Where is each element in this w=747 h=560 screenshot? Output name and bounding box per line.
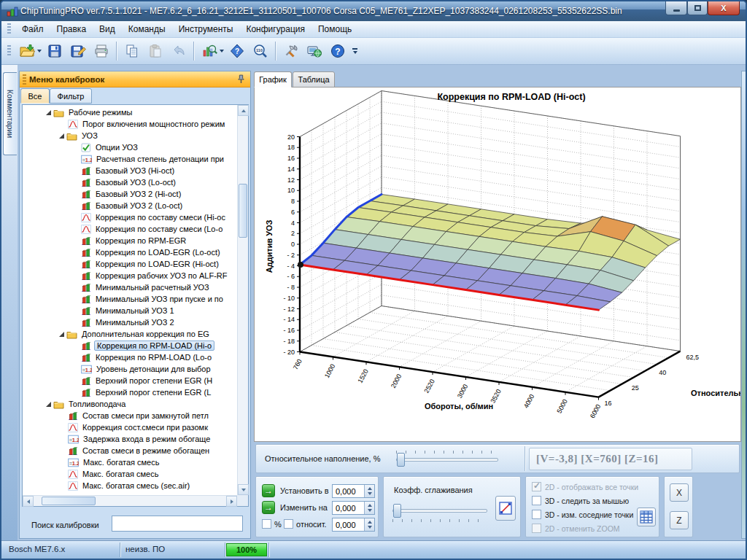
print-button[interactable] — [90, 40, 112, 62]
tree-folder[interactable]: УОЗ — [23, 130, 236, 141]
tree-folder[interactable]: Рабочие режимы — [23, 106, 236, 118]
relative-checkbox[interactable] — [284, 519, 293, 529]
tree-item[interactable]: Коррекция по RPM-EGR — [23, 235, 236, 246]
change-by-spinner[interactable]: 0,000 — [332, 501, 375, 515]
menu-помощь[interactable]: Помощь — [311, 22, 358, 36]
menu-вид[interactable]: Вид — [93, 22, 122, 36]
tab-filter[interactable]: Фильтр — [50, 88, 92, 104]
tree-horizontal-scrollbar[interactable] — [23, 495, 237, 506]
tree-vertical-scrollbar[interactable] — [237, 105, 248, 495]
expander-icon[interactable] — [46, 402, 51, 407]
copy-button[interactable] — [121, 40, 143, 62]
tree-item[interactable]: Минимальный расчетный УОЗ — [23, 281, 236, 293]
tree-item[interactable]: Верхний порог степени EGR (L — [23, 386, 236, 398]
surface-chart[interactable]: - 20- 18- 16- 14- 12- 10- 8- 6- 4- 20246… — [254, 87, 741, 442]
apply-change-button[interactable]: → — [262, 501, 275, 514]
open-dropdown-icon[interactable] — [37, 50, 42, 52]
open-button[interactable] — [16, 40, 38, 62]
view-option-checkbox[interactable] — [532, 510, 541, 519]
tree-item[interactable]: Состав смеси при замкнутой петл — [23, 410, 236, 421]
title-bar[interactable]: ChipTuningPRO ver.7.5.1.1021 - ME7.6.2_6… — [1, 1, 746, 21]
tree-item[interactable]: Верхний порог степени EGR (H — [23, 375, 236, 386]
save-as-button[interactable] — [67, 40, 89, 62]
tree-item[interactable]: =1.2Расчетная степень детонации при — [23, 153, 236, 165]
tree-item[interactable]: Коррекция рабочих УОЗ по ALF-RF — [23, 270, 236, 281]
tree-item[interactable]: Состав смеси в режиме обогащен — [23, 445, 236, 456]
maximize-button[interactable] — [687, 1, 708, 15]
scroll-up-icon[interactable] — [238, 105, 249, 116]
tree-item[interactable]: Макс. богатая смесь — [23, 468, 236, 480]
comments-dock-tab[interactable]: Комментарии — [3, 72, 17, 155]
tree-item[interactable]: Базовый УОЗ (Hi-oct) — [23, 165, 236, 176]
grid-edit-button[interactable] — [637, 508, 656, 526]
help-button[interactable]: ? — [327, 40, 349, 62]
menu-команды[interactable]: Команды — [122, 22, 172, 36]
web-update-button[interactable] — [303, 40, 325, 62]
z-axis-button[interactable]: Z — [670, 511, 689, 529]
tree-item[interactable]: Базовый УОЗ (Lo-oct) — [23, 176, 236, 188]
smoothing-slider-thumb[interactable] — [393, 504, 401, 518]
tree-item[interactable]: Коррекция по составу смеси (Lo-o — [23, 223, 236, 235]
toolbar-grip[interactable] — [7, 45, 11, 57]
save-button[interactable] — [44, 40, 66, 62]
right-splitter[interactable] — [741, 71, 747, 539]
close-button[interactable]: X — [708, 1, 740, 15]
tree-item[interactable]: Минимальный УОЗ 2 — [23, 316, 236, 328]
scroll-right-icon[interactable] — [226, 496, 237, 507]
tree-item[interactable]: Базовый УОЗ 2 (Hi-oct) — [23, 188, 236, 200]
tab-graph[interactable]: График — [254, 71, 292, 88]
fill-slider[interactable] — [396, 458, 498, 462]
tab-all[interactable]: Все — [20, 88, 50, 104]
expander-icon[interactable] — [59, 332, 64, 337]
menu-правка[interactable]: Правка — [50, 22, 93, 36]
smoothing-slider[interactable] — [392, 509, 487, 513]
chart-compare-button[interactable] — [198, 40, 220, 62]
menu-файл[interactable]: Файл — [15, 22, 50, 36]
percent-checkbox[interactable] — [262, 519, 271, 529]
set-to-spinner[interactable]: 0,000 — [332, 484, 375, 498]
scroll-down-icon[interactable] — [238, 484, 249, 495]
tree-item[interactable]: Минимальный УОЗ 1 — [23, 305, 236, 316]
zoom-preview-button[interactable]: 110 — [249, 40, 271, 62]
menu-конфигурация[interactable]: Конфигурация — [239, 22, 311, 36]
tree-item[interactable]: Коррекция сост.смеси при разомк — [23, 421, 236, 433]
menu-инструменты[interactable]: Инструменты — [172, 22, 240, 36]
pin-icon[interactable] — [236, 74, 246, 85]
panel-grip[interactable] — [23, 74, 26, 85]
tree-item[interactable]: Коррекция по LOAD-EGR (Hi-oct) — [23, 258, 236, 270]
tree-item[interactable]: =1.2Макс. богатая смесь — [23, 456, 236, 468]
menu-grip[interactable] — [7, 23, 11, 35]
tree-item[interactable]: =1.2Задержка входа в режим обогаще — [23, 433, 236, 445]
scroll-left-icon[interactable] — [23, 496, 34, 507]
calibration-search-input[interactable] — [112, 516, 243, 532]
fill-slider-thumb[interactable] — [397, 453, 405, 467]
tools-button[interactable] — [280, 40, 302, 62]
x-axis-button[interactable]: X — [670, 483, 689, 502]
tree-item[interactable]: Коррекция по составу смеси (Hi-oc — [23, 211, 236, 223]
tree-item[interactable]: =1.2Уровень детонации для выбор — [23, 363, 236, 375]
tab-table[interactable]: Таблица — [293, 71, 335, 88]
relative-spinner[interactable]: 0,000 — [332, 518, 375, 532]
info-button[interactable]: ? — [226, 40, 248, 62]
vertical-scroll-thumb[interactable] — [239, 184, 247, 238]
chart-compare-dropdown-icon[interactable] — [220, 50, 224, 52]
apply-set-button[interactable]: → — [262, 484, 275, 497]
smoothing-apply-button[interactable] — [495, 496, 516, 521]
tree-folder[interactable]: Дополнительная коррекция по EG — [23, 328, 236, 340]
toolbar-overflow-icon[interactable] — [352, 48, 357, 54]
tree-item[interactable]: Минимальный УОЗ при пуске и по — [23, 293, 236, 305]
undo-button[interactable] — [168, 40, 190, 62]
expander-icon[interactable] — [46, 110, 51, 115]
tree-item[interactable]: Опции УОЗ — [23, 141, 236, 153]
tree-item[interactable]: Коррекция по RPM-LOAD (Lo-o — [23, 351, 236, 363]
tree-item[interactable]: Базовый УОЗ 2 (Lo-oct) — [23, 200, 236, 211]
horizontal-scroll-thumb[interactable] — [42, 497, 96, 505]
tree-item[interactable]: Порог включения мощностного режим — [23, 118, 236, 130]
paste-button[interactable] — [144, 40, 166, 62]
tree-item[interactable]: Макс. богатая смесь (sec.air) — [23, 480, 236, 491]
tree-folder[interactable]: Топливоподача — [23, 398, 236, 410]
tree-item[interactable]: Коррекция по RPM-LOAD (Hi-o — [23, 340, 236, 351]
minimize-button[interactable] — [665, 1, 687, 15]
view-option-checkbox[interactable] — [532, 496, 541, 505]
expander-icon[interactable] — [59, 133, 64, 139]
